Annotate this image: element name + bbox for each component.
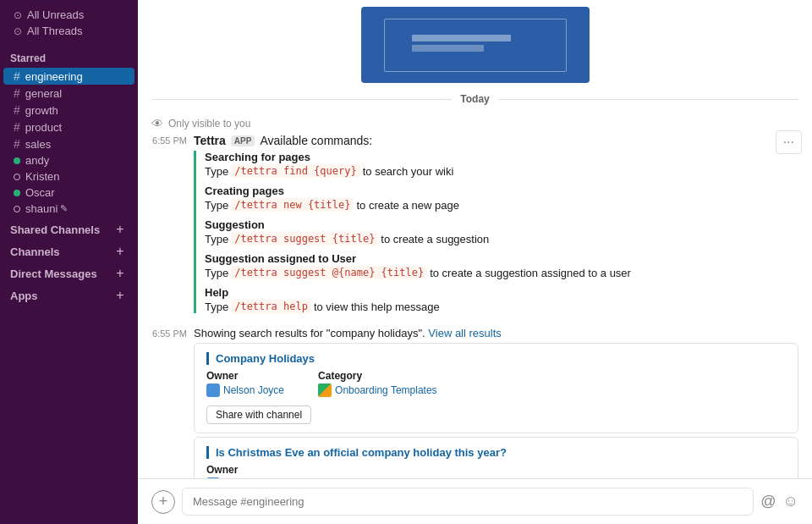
online-dot	[14, 157, 20, 164]
shared-channels-label: Shared Channels	[10, 223, 100, 236]
image-bar-1	[412, 35, 512, 41]
channels-section: Channels +	[0, 239, 138, 261]
hash-icon: #	[14, 103, 20, 117]
command-code-suggestion: /tettra suggest {title}	[231, 232, 378, 245]
message-block-1: 6:55 PM Tettra APP Available commands: S…	[138, 130, 812, 323]
sidebar-item-all-unreads[interactable]: ⊙ All Unreads	[3, 7, 134, 23]
command-code-suggestion-assigned: /tettra suggest @{name} {title}	[231, 266, 427, 279]
message-content-1: Tettra APP Available commands: Searching…	[194, 134, 798, 320]
command-line-searching: Type /tettra find {query} to search your…	[205, 164, 798, 178]
command-line-creating: Type /tettra new {title} to create a new…	[205, 198, 798, 212]
input-area: + @ ☺	[138, 478, 812, 524]
view-all-results-link[interactable]: View all results	[428, 327, 501, 339]
category-icon	[318, 383, 332, 397]
result-2-meta: Owner Shauni Deshmukh	[206, 464, 786, 478]
app-header: Tettra APP Available commands:	[194, 134, 798, 147]
at-icon[interactable]: @	[760, 493, 776, 510]
sidebar-item-growth[interactable]: # growth	[3, 102, 134, 119]
message-content-2: Showing search results for "company holi…	[194, 327, 798, 478]
sidebar-item-engineering[interactable]: # engineering	[3, 68, 134, 85]
message-time-1: 6:55 PM	[151, 135, 187, 146]
message-block-2: 6:55 PM Showing search results for "comp…	[138, 323, 812, 478]
visibility-text: Only visible to you	[168, 118, 250, 130]
command-title-creating: Creating pages	[205, 185, 798, 197]
result-1-category-value: Onboarding Templates	[318, 383, 437, 397]
image-bar-2	[412, 45, 485, 52]
main-content: Today 👁 Only visible to you 6:55 PM Tett…	[138, 0, 812, 524]
command-line-suggestion: Type /tettra suggest {title} to create a…	[205, 232, 798, 245]
command-line-help: Type /tettra help to view this help mess…	[205, 300, 798, 313]
command-code-creating: /tettra new {title}	[231, 198, 354, 212]
command-help: Help Type /tettra help to view this help…	[205, 286, 798, 313]
command-title-searching: Searching for pages	[205, 151, 798, 163]
result-1-title[interactable]: Company Holidays	[206, 352, 786, 365]
add-content-button[interactable]: +	[151, 490, 175, 514]
owner-name: Nelson Joyce	[223, 384, 284, 396]
command-creating: Creating pages Type /tettra new {title} …	[205, 185, 798, 212]
hash-icon: #	[14, 137, 20, 151]
command-code-searching: /tettra find {query}	[231, 164, 360, 178]
apps-label: Apps	[10, 290, 38, 302]
commands-box: Searching for pages Type /tettra find {q…	[194, 151, 798, 313]
sidebar: ⊙ All Unreads ⊙ All Threads Starred # en…	[0, 0, 138, 524]
online-dot	[14, 190, 20, 196]
add-dm-button[interactable]: +	[112, 266, 128, 281]
sidebar-item-andy[interactable]: andy	[3, 152, 134, 168]
hash-icon: #	[14, 69, 20, 83]
result-1-category-label: Category	[318, 370, 437, 382]
app-badge: APP	[231, 135, 255, 146]
chat-area: Today 👁 Only visible to you 6:55 PM Tett…	[138, 0, 812, 478]
direct-messages-label: Direct Messages	[10, 268, 97, 280]
hash-icon: #	[14, 120, 20, 134]
shared-channels-section: Shared Channels +	[0, 217, 138, 239]
offline-dot	[14, 174, 20, 180]
message-time-2: 6:55 PM	[151, 328, 187, 339]
command-suggestion-assigned: Suggestion assigned to User Type /tettra…	[205, 252, 798, 279]
app-name: Tettra	[194, 134, 226, 147]
threads-icon: ⊙	[14, 25, 22, 37]
result-1-category-col: Category Onboarding Templates	[318, 370, 437, 397]
hash-icon: #	[14, 86, 20, 100]
search-result-2: Is Christmas Eve an official company hol…	[194, 437, 798, 478]
add-channel-button[interactable]: +	[112, 244, 128, 259]
chat-image	[361, 7, 590, 83]
search-results-text: Showing search results for "company holi…	[194, 327, 798, 339]
search-result-1: Company Holidays Owner Nelson Joyce Cate…	[194, 343, 798, 433]
image-frame	[384, 19, 567, 72]
today-divider: Today	[138, 83, 812, 115]
sidebar-item-kristen[interactable]: Kristen	[3, 168, 134, 185]
emoji-icon[interactable]: ☺	[783, 493, 798, 510]
message-input[interactable]	[182, 488, 754, 516]
eye-icon: 👁	[151, 117, 163, 130]
sidebar-item-all-threads[interactable]: ⊙ All Threads	[3, 23, 134, 39]
result-1-owner-value: Nelson Joyce	[206, 383, 284, 397]
sidebar-item-sales[interactable]: # sales	[3, 135, 134, 152]
more-button[interactable]: ···	[776, 130, 802, 154]
sidebar-item-product[interactable]: # product	[3, 119, 134, 135]
input-icons: @ ☺	[760, 493, 798, 510]
result-1-meta: Owner Nelson Joyce Category Onboarding T…	[206, 370, 786, 397]
apps-section: Apps +	[0, 283, 138, 305]
sidebar-item-shauni[interactable]: shauni ✎	[3, 201, 134, 217]
sidebar-item-oscar[interactable]: Oscar	[3, 185, 134, 201]
command-title-suggestion-assigned: Suggestion assigned to User	[205, 252, 798, 265]
command-title-suggestion: Suggestion	[205, 218, 798, 231]
command-suggestion: Suggestion Type /tettra suggest {title} …	[205, 218, 798, 245]
result-1-owner-col: Owner Nelson Joyce	[206, 370, 284, 397]
share-with-channel-button-1[interactable]: Share with channel	[206, 405, 311, 424]
chat-image-block	[138, 0, 812, 83]
visibility-row: 👁 Only visible to you	[138, 115, 812, 130]
command-line-suggestion-assigned: Type /tettra suggest @{name} {title} to …	[205, 266, 798, 279]
direct-messages-section: Direct Messages +	[0, 261, 138, 283]
sidebar-item-general[interactable]: # general	[3, 85, 134, 102]
owner-avatar	[206, 383, 220, 397]
result-2-title[interactable]: Is Christmas Eve an official company hol…	[206, 446, 786, 459]
result-2-owner-col: Owner Shauni Deshmukh	[206, 464, 306, 478]
result-1-owner-label: Owner	[206, 370, 284, 382]
add-app-button[interactable]: +	[112, 288, 128, 303]
command-code-help: /tettra help	[231, 300, 311, 313]
command-searching: Searching for pages Type /tettra find {q…	[205, 151, 798, 178]
starred-section-header: Starred	[0, 39, 138, 68]
commands-label: Available commands:	[260, 134, 372, 147]
add-shared-channel-button[interactable]: +	[112, 222, 128, 237]
